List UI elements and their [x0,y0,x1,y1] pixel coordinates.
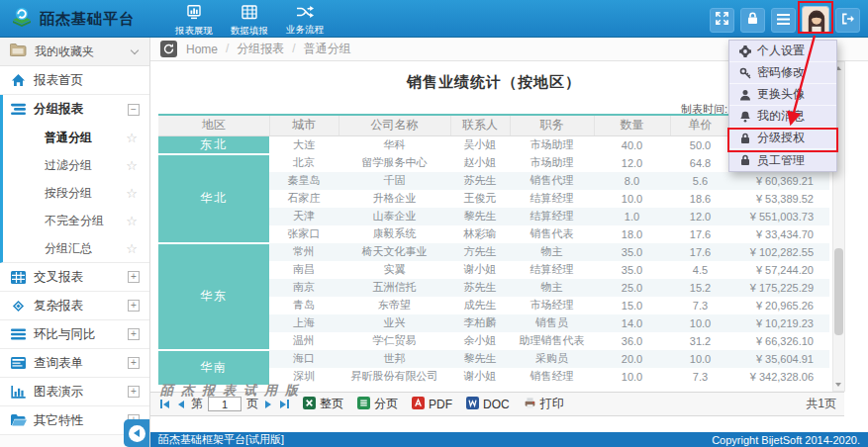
cell-company: 学仁贸易 [338,332,450,350]
chart-demo-icon [10,386,27,399]
cell-total: ¥ 33,434.70 [730,225,829,243]
expand-toggle-icon[interactable]: + [128,328,140,340]
expand-toggle-icon[interactable]: + [128,357,140,369]
cell-title: 物主 [510,243,594,261]
next-page-button[interactable] [263,399,273,410]
table-row: 华东常州椅天文化事业方先生物主35.017.6¥ 102,282.55 [158,243,829,261]
favorites-header[interactable]: 我的收藏夹 [0,38,149,66]
sidebar-item-label: 复杂报表 [34,298,83,314]
sidebar-collapse-button[interactable] [124,419,149,447]
refresh-button[interactable] [160,41,177,57]
cell-city: 天津 [269,208,338,225]
cell-price: 7.3 [670,297,730,314]
cell-contact: 成先生 [450,297,510,314]
user-menu-item[interactable]: 更换头像 [729,84,836,106]
cell-total: ¥ 53,389.52 [730,190,829,208]
data-entry-icon [241,5,257,24]
export-整页-button[interactable]: 整页 [303,396,343,412]
logout-button[interactable] [835,8,860,33]
footer-copyright: Copyright BijetSoft 2014-2020. [712,434,860,446]
export-分页-button[interactable]: 分页 [357,396,398,412]
cell-contact: 赵小姐 [450,154,510,172]
main-nav: 报表展现数据填报业务流程 [166,2,333,40]
star-icon[interactable]: ☆ [126,159,138,172]
other-features-icon [10,414,27,426]
sidebar-item[interactable]: 查询表单+ [0,349,149,378]
cell-region: 华东 [158,243,269,350]
cell-title: 市场经理 [510,297,594,314]
sidebar-subitem-label: 分组汇总 [45,240,92,257]
collapse-toggle-icon[interactable]: − [128,104,140,116]
cell-company: 留学服务中心 [338,154,450,172]
expand-toggle-icon[interactable]: + [128,271,140,283]
scroll-down-icon[interactable] [835,383,841,387]
sidebar-subitem[interactable]: 按段分组☆ [3,179,149,207]
star-icon[interactable]: ☆ [126,132,138,144]
cell-contact: 黎先生 [450,208,510,225]
cell-company: 东帝望 [338,297,450,314]
user-avatar[interactable] [802,6,829,34]
user-menu-item[interactable]: 个人设置 [729,41,836,62]
sidebar-item[interactable]: 交叉报表+ [0,263,149,292]
expand-icon [716,11,728,29]
cell-region: 华南 [158,350,269,386]
sidebar-item[interactable]: 报表首页 [0,66,149,95]
cell-price: 17.6 [670,243,730,261]
sidebar-subitem[interactable]: 分组汇总☆ [3,234,149,262]
star-icon[interactable]: ☆ [126,187,138,200]
breadcrumb-item-0[interactable]: Home [186,43,218,56]
cell-contact: 余小姐 [450,332,510,350]
sidebar-subitem[interactable]: 普通分组☆ [3,124,149,151]
sidebar-item-label: 其它特性 [34,412,83,429]
cell-title: 销售经理 [510,368,594,386]
star-icon[interactable]: ☆ [126,242,138,255]
cell-price: 50.0 [670,135,730,154]
lock-screen-button[interactable] [740,8,765,33]
user-menu-item[interactable]: 密码修改 [729,62,836,84]
sidebar-item[interactable]: 环比与同比+ [0,320,149,349]
scrollbar-thumb[interactable] [834,248,843,335]
cell-qty: 12.0 [594,154,670,172]
cell-price: 12.0 [670,208,730,225]
app-header: 皕杰基础平台 报表展现数据填报业务流程 [0,0,868,38]
cell-price: 31.2 [670,332,730,350]
footer-platform-label: 皕杰基础框架平台[试用版] [158,432,284,447]
prev-page-button[interactable] [176,399,186,410]
user-menu-item-highlighted[interactable]: 分级授权 [729,128,836,149]
cell-company: 升格企业 [338,190,450,208]
sidebar: 我的收藏夹 报表首页分组报表−普通分组☆过滤分组☆按段分组☆不完全分组☆分组汇总… [0,38,150,447]
export-pdf-button[interactable]: PDF [412,396,452,412]
export-打印-button[interactable]: 打印 [524,396,564,412]
cell-contact: 黎先生 [450,350,510,368]
sidebar-subitem[interactable]: 过滤分组☆ [3,151,149,179]
nav-report-view[interactable]: 报表展现 [166,2,222,40]
sidebar-subitem[interactable]: 不完全分组☆ [3,207,149,234]
cell-contact: 方先生 [450,243,510,261]
user-menu-item-label: 更换头像 [757,86,805,103]
menu-button[interactable] [771,8,796,33]
sidebar-item[interactable]: 分组报表− [3,95,149,124]
sidebar-item-label: 交叉报表 [34,269,83,286]
cell-price: 15.2 [670,279,730,297]
user-menu-item-label: 我的消息 [757,108,805,125]
fullscreen-button[interactable] [710,8,734,33]
expand-toggle-icon[interactable]: + [128,300,140,312]
breadcrumb-item-2[interactable]: 普通分组 [284,41,350,57]
user-menu-item-label: 员工管理 [757,152,805,169]
expand-toggle-icon[interactable]: + [128,386,140,398]
user-menu-item[interactable]: 我的消息 [729,106,836,128]
user-menu-item[interactable]: 员工管理 [729,149,836,171]
breadcrumb-item-1[interactable]: 分组报表 [218,41,284,57]
sidebar-group: 交叉报表+ [0,263,149,292]
nav-workflow[interactable]: 业务流程 [277,2,333,40]
cell-city: 常州 [269,243,338,261]
nav-data-entry[interactable]: 数据填报 [222,2,277,40]
sidebar-item[interactable]: 复杂报表+ [0,292,149,320]
sidebar-subitem-label: 过滤分组 [45,157,92,174]
workflow-icon [296,5,314,23]
lock-icon [739,133,751,144]
sidebar-group: 报表首页 [0,66,149,95]
sidebar-item[interactable]: 图表演示+ [0,378,149,406]
star-icon[interactable]: ☆ [126,215,138,227]
export-doc-button[interactable]: DOC [466,396,510,412]
